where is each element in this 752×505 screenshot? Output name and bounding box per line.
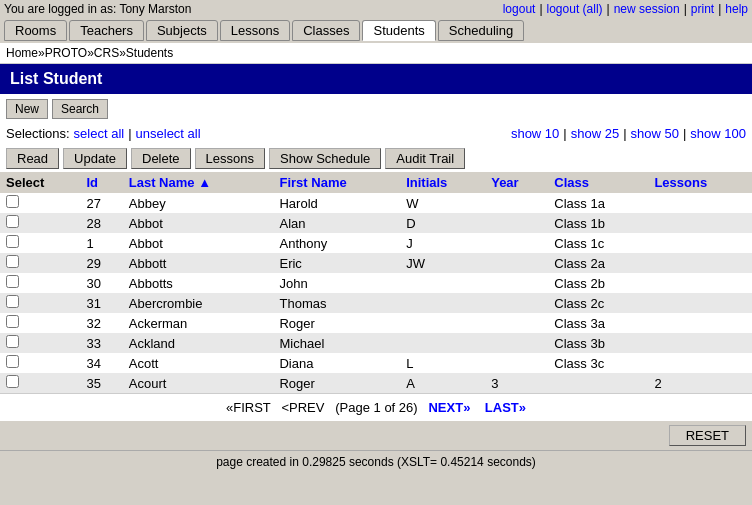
pagination-current: (Page 1 of 26) xyxy=(335,400,417,415)
row-initials xyxy=(400,273,485,293)
row-first-name: John xyxy=(273,273,400,293)
row-first-name: Thomas xyxy=(273,293,400,313)
tab-classes[interactable]: Classes xyxy=(292,20,360,41)
row-id: 28 xyxy=(80,213,122,233)
show-25-link[interactable]: show 25 xyxy=(571,126,619,141)
table-row: 35AcourtRogerA32 xyxy=(0,373,752,393)
tab-subjects[interactable]: Subjects xyxy=(146,20,218,41)
table-row: 33AcklandMichaelClass 3b xyxy=(0,333,752,353)
tab-lessons[interactable]: Lessons xyxy=(220,20,290,41)
tab-students[interactable]: Students xyxy=(362,20,435,41)
row-checkbox[interactable] xyxy=(6,335,19,348)
row-initials: A xyxy=(400,373,485,393)
col-lessons: Lessons xyxy=(648,172,752,193)
logout-all-link[interactable]: logout (all) xyxy=(547,2,603,16)
row-initials: W xyxy=(400,193,485,213)
tab-scheduling[interactable]: Scheduling xyxy=(438,20,524,41)
row-checkbox[interactable] xyxy=(6,315,19,328)
row-year xyxy=(485,313,548,333)
row-checkbox[interactable] xyxy=(6,275,19,288)
row-checkbox[interactable] xyxy=(6,255,19,268)
row-lessons xyxy=(648,353,752,373)
nav-tabs: Rooms Teachers Subjects Lessons Classes … xyxy=(0,18,752,43)
col-select: Select xyxy=(0,172,80,193)
row-lessons xyxy=(648,273,752,293)
unselect-all-link[interactable]: unselect all xyxy=(136,126,201,141)
new-session-link[interactable]: new session xyxy=(614,2,680,16)
audit-trail-button[interactable]: Audit Trail xyxy=(385,148,465,169)
row-checkbox[interactable] xyxy=(6,215,19,228)
row-initials: L xyxy=(400,353,485,373)
table-header-row: Select Id Last Name ▲ First Name Initial… xyxy=(0,172,752,193)
selections-left: Selections: select all | unselect all xyxy=(6,126,201,141)
tab-rooms[interactable]: Rooms xyxy=(4,20,67,41)
print-link[interactable]: print xyxy=(691,2,714,16)
row-year xyxy=(485,293,548,313)
row-first-name: Harold xyxy=(273,193,400,213)
row-class: Class 2c xyxy=(548,293,648,313)
row-year xyxy=(485,273,548,293)
delete-button[interactable]: Delete xyxy=(131,148,191,169)
row-initials xyxy=(400,313,485,333)
row-checkbox[interactable] xyxy=(6,235,19,248)
row-id: 1 xyxy=(80,233,122,253)
pagination-next[interactable]: NEXT» xyxy=(428,400,470,415)
tab-teachers[interactable]: Teachers xyxy=(69,20,144,41)
row-class: Class 3a xyxy=(548,313,648,333)
row-first-name: Michael xyxy=(273,333,400,353)
row-select-cell xyxy=(0,273,80,293)
col-year: Year xyxy=(485,172,548,193)
row-last-name: Abbott xyxy=(123,253,274,273)
table-row: 30AbbottsJohnClass 2b xyxy=(0,273,752,293)
students-table: Select Id Last Name ▲ First Name Initial… xyxy=(0,172,752,393)
row-year xyxy=(485,253,548,273)
logout-link[interactable]: logout xyxy=(503,2,536,16)
row-lessons xyxy=(648,333,752,353)
row-last-name: Abbotts xyxy=(123,273,274,293)
table-body: 27AbbeyHaroldWClass 1a28AbbotAlanDClass … xyxy=(0,193,752,393)
row-last-name: Ackland xyxy=(123,333,274,353)
lessons-button[interactable]: Lessons xyxy=(195,148,265,169)
show-schedule-button[interactable]: Show Schedule xyxy=(269,148,381,169)
select-all-link[interactable]: select all xyxy=(74,126,125,141)
show-100-link[interactable]: show 100 xyxy=(690,126,746,141)
row-first-name: Roger xyxy=(273,373,400,393)
row-checkbox[interactable] xyxy=(6,375,19,388)
row-year: 3 xyxy=(485,373,548,393)
pagination-last[interactable]: LAST» xyxy=(485,400,526,415)
row-first-name: Eric xyxy=(273,253,400,273)
update-button[interactable]: Update xyxy=(63,148,127,169)
row-lessons xyxy=(648,193,752,213)
col-initials: Initials xyxy=(400,172,485,193)
read-button[interactable]: Read xyxy=(6,148,59,169)
pagination-first: «FIRST xyxy=(226,400,271,415)
new-button[interactable]: New xyxy=(6,99,48,119)
top-action-row: New Search xyxy=(0,94,752,124)
action-buttons-row: Read Update Delete Lessons Show Schedule… xyxy=(0,145,752,172)
row-checkbox[interactable] xyxy=(6,355,19,368)
table-row: 31AbercrombieThomasClass 2c xyxy=(0,293,752,313)
row-year xyxy=(485,213,548,233)
row-lessons xyxy=(648,253,752,273)
row-select-cell xyxy=(0,213,80,233)
search-button[interactable]: Search xyxy=(52,99,108,119)
row-select-cell xyxy=(0,193,80,213)
col-first-name: First Name xyxy=(273,172,400,193)
row-initials xyxy=(400,293,485,313)
show-50-link[interactable]: show 50 xyxy=(631,126,679,141)
reset-button[interactable]: RESET xyxy=(669,425,746,446)
row-checkbox[interactable] xyxy=(6,295,19,308)
row-year xyxy=(485,193,548,213)
top-bar-links: logout | logout (all) | new session | pr… xyxy=(503,2,748,16)
row-lessons xyxy=(648,233,752,253)
row-first-name: Diana xyxy=(273,353,400,373)
show-10-link[interactable]: show 10 xyxy=(511,126,559,141)
pagination: «FIRST <PREV (Page 1 of 26) NEXT» LAST» xyxy=(0,393,752,421)
row-checkbox[interactable] xyxy=(6,195,19,208)
row-id: 33 xyxy=(80,333,122,353)
table-row: 34AcottDianaLClass 3c xyxy=(0,353,752,373)
row-first-name: Roger xyxy=(273,313,400,333)
row-last-name: Ackerman xyxy=(123,313,274,333)
content-area: List Student New Search Selections: sele… xyxy=(0,64,752,421)
help-link[interactable]: help xyxy=(725,2,748,16)
